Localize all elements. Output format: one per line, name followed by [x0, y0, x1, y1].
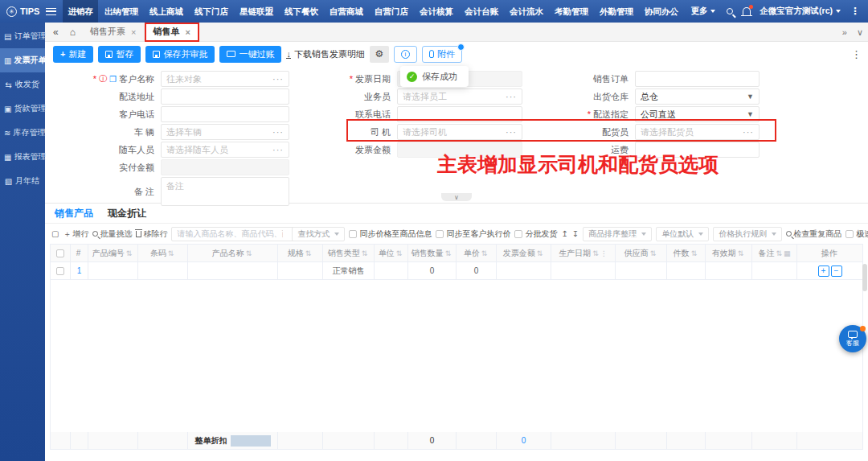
column-header[interactable]: 产品名称 ⇅ [188, 245, 278, 262]
field-input[interactable]: 请选择随车人员 ··· ▼ [161, 142, 289, 158]
field-input[interactable]: 请选择配货员 ··· ▼ [635, 124, 760, 140]
sort-icon[interactable]: ⇅ [776, 249, 782, 257]
cell-prod-date[interactable] [551, 262, 616, 280]
row-add-button[interactable]: + [818, 265, 829, 277]
sidebar-item[interactable]: ⇆ 收发货 [0, 72, 45, 97]
column-header[interactable]: 单位 ⇅ [375, 245, 408, 262]
document-tab[interactable]: 销售单 × [145, 23, 199, 42]
cell-expiry[interactable] [706, 262, 752, 280]
sort-icon[interactable]: ⇅ [537, 249, 543, 257]
cell-package-count[interactable] [667, 262, 706, 280]
draft-button[interactable]: 暂存 [98, 46, 141, 63]
column-header[interactable]: 发票金额 ⇅ [497, 245, 551, 262]
close-icon[interactable]: × [131, 27, 136, 37]
collapse-sidebar-icon[interactable]: « [48, 27, 63, 38]
column-header[interactable]: 规格 ⇅ [278, 245, 323, 262]
document-tab[interactable]: 销售开票 × [82, 23, 145, 42]
cell-spec[interactable] [278, 262, 323, 280]
more-menu[interactable]: 更多 [686, 6, 720, 17]
new-button[interactable]: + 新建 [53, 46, 93, 63]
unit-default-select[interactable]: 单位默认 [656, 227, 709, 241]
cell-supplier[interactable] [616, 262, 667, 280]
attachment-button[interactable]: 附件 [422, 46, 462, 63]
column-header[interactable]: 销售类型 ⇅ [323, 245, 375, 262]
column-header[interactable]: 操作 ⇅ [797, 245, 863, 262]
search-icon[interactable] [727, 8, 733, 14]
sidebar-item[interactable]: ≋ 库存管理 [0, 121, 45, 145]
product-sort-select[interactable]: 商品排序整理 [583, 227, 652, 241]
column-header[interactable]: 条码 ⇅ [138, 245, 188, 262]
cell-remark[interactable] [752, 262, 797, 280]
topbar-menu-item[interactable]: 考勤管理 [550, 0, 593, 23]
topbar-menu-item[interactable]: 会计流水 [505, 0, 548, 23]
sidebar-item[interactable]: ▤ 订单管理 [0, 24, 45, 48]
field-input[interactable]: ··· ▼ [635, 71, 760, 87]
cell-qty[interactable]: 0 [408, 262, 457, 280]
form-kebab-icon[interactable]: ⋮ [851, 48, 862, 60]
topbar-menu-item[interactable]: 星链联盟 [235, 0, 278, 23]
close-icon[interactable]: × [185, 27, 190, 37]
ellipsis-picker-icon[interactable]: ··· [272, 74, 284, 84]
chevron-down-icon[interactable]: ▼ [747, 93, 754, 101]
save-approve-button[interactable]: 保存并审批 [145, 46, 215, 63]
sort-icon[interactable]: ⇅ [738, 249, 744, 257]
sort-icon[interactable]: ⇅ [396, 249, 403, 257]
topbar-menu-item[interactable]: 会计台账 [460, 0, 503, 23]
ellipsis-picker-icon[interactable]: ··· [272, 127, 284, 137]
column-header[interactable]: 单价 ⇅ [457, 245, 497, 262]
field-input[interactable]: 公司直送 ··· ▼ [635, 106, 760, 122]
split-shipment-checkbox[interactable]: 分批发货 [514, 228, 557, 240]
column-header[interactable]: 产品编号 ⇅ [88, 245, 138, 262]
cell-unit[interactable] [375, 262, 408, 280]
field-input[interactable]: ··· ▼ [161, 88, 289, 105]
sidebar-item[interactable]: ▧ 月年结 [0, 169, 45, 193]
topbar-menu-item[interactable]: 线上商城 [145, 0, 188, 23]
column-extra-icon[interactable]: ⋮ [600, 249, 608, 257]
ellipsis-picker-icon[interactable]: ··· [272, 145, 284, 154]
cell-product-name[interactable] [188, 262, 278, 280]
price-rule-select[interactable]: 价格执行规则 [713, 227, 782, 241]
sidebar-item[interactable]: ▣ 货款管理 [0, 97, 45, 121]
sort-icon[interactable]: ⇅ [592, 249, 599, 257]
ellipsis-picker-icon[interactable]: ··· [506, 127, 517, 137]
fullscreen-icon[interactable]: ▢ [51, 229, 59, 238]
select-all-checkbox[interactable] [56, 249, 64, 257]
cell-barcode[interactable] [138, 262, 188, 280]
ellipsis-picker-icon[interactable]: ··· [506, 92, 517, 101]
field-input[interactable]: 请选择员工 ··· ▼ [397, 88, 522, 105]
detail-tab[interactable]: 现金折让 [108, 207, 146, 220]
batch-pick-button[interactable]: 批量挑选 [92, 228, 132, 240]
column-header[interactable]: # ⇅ [71, 245, 88, 262]
grid-scrollbar[interactable] [862, 264, 867, 291]
info-button[interactable]: i [394, 46, 417, 63]
cell-sale-type[interactable]: 正常销售 [323, 262, 375, 280]
sidebar-item[interactable]: ▦ 报表管理 [0, 145, 45, 169]
row-remove-button[interactable]: − [831, 265, 842, 277]
row-checkbox[interactable] [56, 267, 64, 275]
field-input[interactable]: 请选择司机 ··· ▼ [397, 124, 522, 140]
topbar-menu-item[interactable]: 自营商城 [325, 0, 368, 23]
sync-price-checkbox[interactable]: 同步价格至商品信息 [349, 228, 432, 240]
move-bottom-icon[interactable]: ↧ [572, 229, 579, 238]
topbar-menu-item[interactable]: 自营门店 [370, 0, 413, 23]
find-mode-select[interactable]: 查找方式 [292, 227, 345, 241]
check-duplicate-button[interactable]: 检查重复商品 [786, 228, 841, 240]
topbar-menu-item[interactable]: 会计核算 [415, 0, 458, 23]
remove-row-button[interactable]: 移除行 [136, 228, 167, 240]
sort-icon[interactable]: ⇅ [691, 249, 698, 257]
whole-discount-input[interactable] [231, 435, 271, 447]
column-header[interactable]: 销售数量 ⇅ [408, 245, 457, 262]
account-menu[interactable]: 企微宝官方测试(rc) [760, 6, 841, 17]
sort-icon[interactable]: ⇅ [481, 249, 488, 257]
topbar-menu-item[interactable]: 进销存 [63, 0, 98, 23]
sync-customer-price-checkbox[interactable]: 同步至客户执行价 [436, 228, 510, 240]
cell-product-code[interactable] [88, 262, 138, 280]
field-input[interactable]: ··· ▼ [397, 106, 522, 122]
product-search-input[interactable] [171, 227, 297, 241]
topbar-menu-item[interactable]: 出纳管理 [100, 0, 143, 23]
collapse-form-handle[interactable]: ∨ [441, 193, 472, 201]
sort-icon[interactable]: ⇅ [362, 249, 368, 257]
download-detail-button[interactable]: ↓ 下载销售发票明细 [286, 48, 365, 60]
settings-gear-button[interactable]: ⚙ [370, 46, 389, 63]
move-top-icon[interactable]: ↥ [561, 229, 567, 238]
